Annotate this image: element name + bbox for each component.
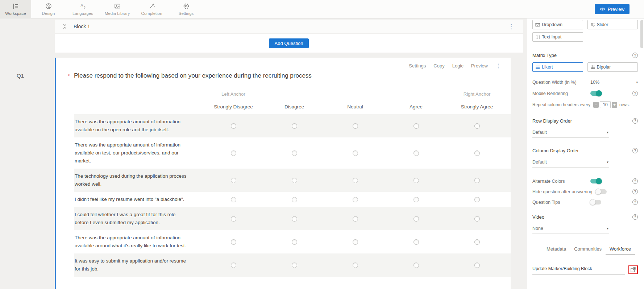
- block-menu-icon[interactable]: ⋮: [508, 24, 514, 30]
- matrix-column-header: Strongly Agree: [446, 104, 507, 110]
- question-menu-icon[interactable]: ⋮: [495, 62, 501, 69]
- type-text-input-button[interactable]: Text Input: [532, 32, 583, 42]
- radio-button[interactable]: [414, 123, 419, 129]
- help-icon[interactable]: ?: [632, 148, 638, 153]
- help-icon[interactable]: ?: [632, 53, 638, 58]
- question-settings-link[interactable]: Settings: [409, 63, 426, 69]
- radio-button[interactable]: [292, 263, 297, 268]
- panel-scrollbar[interactable]: [640, 20, 643, 287]
- nav-item-workspace[interactable]: Workspace: [0, 0, 31, 18]
- radio-button[interactable]: [474, 239, 480, 245]
- nav-item-settings[interactable]: Settings: [169, 0, 203, 18]
- radio-button[interactable]: [292, 239, 297, 245]
- preview-button[interactable]: Preview: [595, 4, 630, 14]
- radio-button[interactable]: [231, 216, 236, 222]
- alternate-colors-row: Alternate Colors ?: [532, 178, 638, 184]
- stepper-minus-button[interactable]: −: [593, 102, 599, 108]
- nav-label: Settings: [179, 11, 194, 16]
- type-dropdown-button[interactable]: Dropdown: [532, 20, 583, 29]
- column-display-order-select[interactable]: Default ▾: [532, 158, 609, 168]
- help-icon[interactable]: ?: [632, 214, 638, 220]
- radio-button[interactable]: [353, 216, 358, 222]
- question-preview-link[interactable]: Preview: [471, 63, 488, 69]
- radio-button[interactable]: [414, 216, 419, 222]
- question-tips-toggle[interactable]: [590, 200, 601, 205]
- tab-communities[interactable]: Communities: [570, 244, 606, 255]
- stepper-plus-button[interactable]: +: [612, 102, 617, 108]
- help-icon[interactable]: ?: [632, 199, 638, 205]
- radio-button[interactable]: [474, 178, 480, 183]
- add-question-button[interactable]: Add Question: [269, 38, 309, 48]
- tab-workforce[interactable]: Workforce: [606, 244, 635, 255]
- alternate-colors-toggle[interactable]: [590, 179, 601, 183]
- mobile-rendering-row: Mobile Rendering ?: [532, 91, 638, 96]
- update-marker-link[interactable]: Update Marker/Building Block: [532, 266, 592, 271]
- radio-button[interactable]: [353, 197, 358, 202]
- repeat-headers-input[interactable]: [600, 101, 611, 108]
- radio-button[interactable]: [353, 150, 358, 156]
- question-title[interactable]: Please respond to the following based on…: [74, 72, 500, 79]
- highlight-annotation: [628, 265, 638, 274]
- radio-button[interactable]: [353, 263, 358, 268]
- radio-button[interactable]: [353, 178, 358, 183]
- question-width-label: Question Width (in %): [532, 80, 590, 85]
- radio-button[interactable]: [414, 263, 419, 268]
- type-slider-button[interactable]: Slider: [587, 20, 638, 29]
- radio-button[interactable]: [414, 197, 419, 202]
- radio-button[interactable]: [474, 197, 480, 202]
- radio-button[interactable]: [292, 150, 297, 156]
- help-icon[interactable]: ?: [632, 178, 638, 184]
- question-logic-link[interactable]: Logic: [452, 63, 464, 69]
- matrix-type-bipolar-button[interactable]: Bipolar: [587, 62, 638, 72]
- mobile-rendering-toggle[interactable]: [590, 91, 601, 96]
- radio-button[interactable]: [353, 239, 358, 245]
- help-icon[interactable]: ?: [632, 91, 638, 96]
- radio-button[interactable]: [292, 178, 297, 183]
- radio-button[interactable]: [474, 216, 480, 222]
- radio-button[interactable]: [414, 178, 419, 183]
- radio-button[interactable]: [414, 150, 419, 156]
- nav-item-completion[interactable]: Completion: [134, 0, 169, 18]
- hide-question-toggle[interactable]: [596, 189, 607, 194]
- help-icon[interactable]: ?: [632, 118, 638, 124]
- radio-button[interactable]: [292, 197, 297, 202]
- radio-button[interactable]: [231, 263, 236, 268]
- matrix-row: The technology used during the applicati…: [74, 169, 511, 192]
- question-width-row: Question Width (in %) 10% ▾: [532, 80, 638, 85]
- radio-button[interactable]: [231, 123, 236, 129]
- video-select[interactable]: None ▾: [532, 224, 609, 234]
- nav-item-media-library[interactable]: Media Library: [100, 0, 134, 18]
- tab-metadata[interactable]: Metadata: [543, 244, 570, 255]
- external-link-icon[interactable]: [630, 267, 636, 273]
- matrix-column-header: Disagree: [264, 104, 325, 110]
- question-width-value[interactable]: 10%: [590, 80, 599, 85]
- radio-button[interactable]: [474, 263, 480, 268]
- radio-button[interactable]: [414, 239, 419, 245]
- survey-builder-page: Workspace Design A Languages Media Libra…: [0, 0, 644, 289]
- radio-button[interactable]: [474, 150, 480, 156]
- radio-button[interactable]: [474, 123, 480, 129]
- radio-button[interactable]: [231, 239, 236, 245]
- repeat-headers-stepper: − +: [593, 101, 617, 108]
- radio-button[interactable]: [292, 123, 297, 129]
- radio-button[interactable]: [292, 216, 297, 222]
- nav-item-languages[interactable]: A Languages: [66, 0, 100, 18]
- matrix-type-likert-button[interactable]: Likert: [532, 62, 583, 72]
- nav-item-design[interactable]: Design: [31, 0, 66, 18]
- radio-button[interactable]: [231, 197, 236, 202]
- scrollbar-thumb[interactable]: [640, 20, 643, 48]
- type-button-label: Slider: [597, 22, 608, 27]
- help-icon[interactable]: ?: [632, 189, 638, 194]
- chevron-down-icon[interactable]: ▾: [636, 80, 638, 84]
- matrix-row-statement: There was the appropriate amount of info…: [74, 114, 203, 137]
- question-tips-row: Question Tips ?: [532, 199, 638, 205]
- question-tips-label: Question Tips: [532, 200, 590, 205]
- row-display-order-select[interactable]: Default ▾: [532, 128, 609, 138]
- radio-button[interactable]: [231, 150, 236, 156]
- question-settings-panel: Dropdown Slider Text Input Matrix Type ?: [527, 18, 644, 289]
- radio-button[interactable]: [231, 178, 236, 183]
- hide-question-row: Hide question after answering ?: [532, 189, 638, 194]
- question-copy-link[interactable]: Copy: [433, 63, 444, 69]
- radio-button[interactable]: [353, 123, 358, 129]
- collapse-block-icon[interactable]: [61, 23, 68, 30]
